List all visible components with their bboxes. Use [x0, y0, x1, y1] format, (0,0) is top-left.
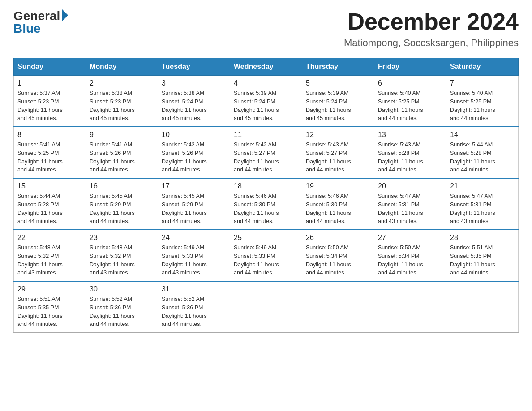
calendar-cell: 17 Sunrise: 5:45 AM Sunset: 5:29 PM Dayl… — [158, 178, 230, 230]
day-number: 19 — [306, 182, 370, 190]
day-number: 4 — [234, 79, 298, 87]
day-number: 29 — [17, 285, 82, 293]
day-info: Sunrise: 5:51 AM Sunset: 5:35 PM Dayligh… — [17, 295, 82, 329]
calendar-cell: 26 Sunrise: 5:50 AM Sunset: 5:34 PM Dayl… — [302, 230, 374, 281]
day-number: 27 — [378, 234, 442, 242]
calendar-header-saturday: Saturday — [446, 58, 519, 76]
calendar-week-row: 1 Sunrise: 5:37 AM Sunset: 5:23 PM Dayli… — [14, 76, 519, 127]
title-section: December 2024 Matiompong, Soccsksargen, … — [344, 9, 519, 49]
day-info: Sunrise: 5:48 AM Sunset: 5:32 PM Dayligh… — [90, 244, 154, 277]
day-info: Sunrise: 5:47 AM Sunset: 5:31 PM Dayligh… — [378, 192, 442, 226]
day-info: Sunrise: 5:40 AM Sunset: 5:25 PM Dayligh… — [450, 89, 515, 123]
calendar-header-thursday: Thursday — [302, 58, 374, 76]
calendar-cell: 31 Sunrise: 5:52 AM Sunset: 5:36 PM Dayl… — [158, 281, 230, 333]
day-info: Sunrise: 5:49 AM Sunset: 5:33 PM Dayligh… — [162, 244, 226, 277]
calendar-cell: 23 Sunrise: 5:48 AM Sunset: 5:32 PM Dayl… — [86, 230, 158, 281]
day-number: 1 — [17, 79, 82, 87]
calendar-week-row: 22 Sunrise: 5:48 AM Sunset: 5:32 PM Dayl… — [14, 230, 519, 281]
day-number: 18 — [234, 182, 298, 190]
day-info: Sunrise: 5:40 AM Sunset: 5:25 PM Dayligh… — [378, 89, 442, 123]
day-number: 9 — [90, 131, 154, 139]
day-info: Sunrise: 5:49 AM Sunset: 5:33 PM Dayligh… — [234, 244, 298, 277]
calendar-cell: 18 Sunrise: 5:46 AM Sunset: 5:30 PM Dayl… — [230, 178, 302, 230]
day-info: Sunrise: 5:39 AM Sunset: 5:24 PM Dayligh… — [234, 89, 298, 123]
day-number: 5 — [306, 79, 370, 87]
calendar-cell: 14 Sunrise: 5:44 AM Sunset: 5:28 PM Dayl… — [446, 127, 519, 178]
calendar-cell — [446, 281, 519, 333]
calendar-week-row: 29 Sunrise: 5:51 AM Sunset: 5:35 PM Dayl… — [14, 281, 519, 333]
month-title: December 2024 — [344, 9, 519, 34]
day-info: Sunrise: 5:44 AM Sunset: 5:28 PM Dayligh… — [450, 141, 515, 174]
day-info: Sunrise: 5:41 AM Sunset: 5:26 PM Dayligh… — [90, 141, 154, 174]
day-info: Sunrise: 5:38 AM Sunset: 5:23 PM Dayligh… — [90, 89, 154, 123]
day-number: 14 — [450, 131, 515, 139]
calendar-cell: 11 Sunrise: 5:42 AM Sunset: 5:27 PM Dayl… — [230, 127, 302, 178]
calendar-cell: 9 Sunrise: 5:41 AM Sunset: 5:26 PM Dayli… — [86, 127, 158, 178]
day-number: 31 — [162, 285, 226, 293]
calendar-cell — [374, 281, 446, 333]
calendar-cell: 13 Sunrise: 5:43 AM Sunset: 5:28 PM Dayl… — [374, 127, 446, 178]
calendar-cell: 30 Sunrise: 5:52 AM Sunset: 5:36 PM Dayl… — [86, 281, 158, 333]
day-number: 17 — [162, 182, 226, 190]
day-info: Sunrise: 5:45 AM Sunset: 5:29 PM Dayligh… — [162, 192, 226, 226]
day-number: 28 — [450, 234, 515, 242]
calendar-cell: 1 Sunrise: 5:37 AM Sunset: 5:23 PM Dayli… — [14, 76, 86, 127]
calendar-table: SundayMondayTuesdayWednesdayThursdayFrid… — [13, 58, 519, 333]
calendar-cell: 22 Sunrise: 5:48 AM Sunset: 5:32 PM Dayl… — [14, 230, 86, 281]
calendar-cell: 20 Sunrise: 5:47 AM Sunset: 5:31 PM Dayl… — [374, 178, 446, 230]
calendar-week-row: 15 Sunrise: 5:44 AM Sunset: 5:28 PM Dayl… — [14, 178, 519, 230]
day-number: 2 — [90, 79, 154, 87]
calendar-header-monday: Monday — [86, 58, 158, 76]
day-info: Sunrise: 5:39 AM Sunset: 5:24 PM Dayligh… — [306, 89, 370, 123]
calendar-cell: 21 Sunrise: 5:47 AM Sunset: 5:31 PM Dayl… — [446, 178, 519, 230]
logo: General Blue — [13, 9, 68, 36]
day-number: 11 — [234, 131, 298, 139]
day-info: Sunrise: 5:47 AM Sunset: 5:31 PM Dayligh… — [450, 192, 515, 226]
day-number: 24 — [162, 234, 226, 242]
calendar-cell: 2 Sunrise: 5:38 AM Sunset: 5:23 PM Dayli… — [86, 76, 158, 127]
day-info: Sunrise: 5:43 AM Sunset: 5:27 PM Dayligh… — [306, 141, 370, 174]
day-number: 8 — [17, 131, 82, 139]
calendar-header-sunday: Sunday — [14, 58, 86, 76]
day-number: 3 — [162, 79, 226, 87]
calendar-week-row: 8 Sunrise: 5:41 AM Sunset: 5:25 PM Dayli… — [14, 127, 519, 178]
day-number: 30 — [90, 285, 154, 293]
day-number: 12 — [306, 131, 370, 139]
calendar-cell: 10 Sunrise: 5:42 AM Sunset: 5:26 PM Dayl… — [158, 127, 230, 178]
calendar-cell — [302, 281, 374, 333]
calendar-cell: 16 Sunrise: 5:45 AM Sunset: 5:29 PM Dayl… — [86, 178, 158, 230]
logo-triangle-icon — [62, 9, 68, 21]
calendar-cell: 29 Sunrise: 5:51 AM Sunset: 5:35 PM Dayl… — [14, 281, 86, 333]
calendar-header-tuesday: Tuesday — [158, 58, 230, 76]
calendar-header-wednesday: Wednesday — [230, 58, 302, 76]
logo-blue-text: Blue — [13, 21, 41, 36]
day-info: Sunrise: 5:50 AM Sunset: 5:34 PM Dayligh… — [306, 244, 370, 277]
calendar-cell — [230, 281, 302, 333]
day-info: Sunrise: 5:48 AM Sunset: 5:32 PM Dayligh… — [17, 244, 82, 277]
calendar-cell: 5 Sunrise: 5:39 AM Sunset: 5:24 PM Dayli… — [302, 76, 374, 127]
calendar-cell: 15 Sunrise: 5:44 AM Sunset: 5:28 PM Dayl… — [14, 178, 86, 230]
calendar-cell: 27 Sunrise: 5:50 AM Sunset: 5:34 PM Dayl… — [374, 230, 446, 281]
day-info: Sunrise: 5:45 AM Sunset: 5:29 PM Dayligh… — [90, 192, 154, 226]
calendar-cell: 6 Sunrise: 5:40 AM Sunset: 5:25 PM Dayli… — [374, 76, 446, 127]
calendar-cell: 28 Sunrise: 5:51 AM Sunset: 5:35 PM Dayl… — [446, 230, 519, 281]
day-info: Sunrise: 5:42 AM Sunset: 5:27 PM Dayligh… — [234, 141, 298, 174]
day-number: 23 — [90, 234, 154, 242]
calendar-cell: 3 Sunrise: 5:38 AM Sunset: 5:24 PM Dayli… — [158, 76, 230, 127]
location-title: Matiompong, Soccsksargen, Philippines — [344, 37, 519, 49]
day-number: 15 — [17, 182, 82, 190]
day-info: Sunrise: 5:46 AM Sunset: 5:30 PM Dayligh… — [306, 192, 370, 226]
calendar-cell: 24 Sunrise: 5:49 AM Sunset: 5:33 PM Dayl… — [158, 230, 230, 281]
calendar-header-row: SundayMondayTuesdayWednesdayThursdayFrid… — [14, 58, 519, 76]
day-number: 25 — [234, 234, 298, 242]
calendar-header-friday: Friday — [374, 58, 446, 76]
calendar-cell: 25 Sunrise: 5:49 AM Sunset: 5:33 PM Dayl… — [230, 230, 302, 281]
day-info: Sunrise: 5:37 AM Sunset: 5:23 PM Dayligh… — [17, 89, 82, 123]
day-number: 26 — [306, 234, 370, 242]
day-info: Sunrise: 5:44 AM Sunset: 5:28 PM Dayligh… — [17, 192, 82, 226]
day-info: Sunrise: 5:52 AM Sunset: 5:36 PM Dayligh… — [162, 295, 226, 329]
day-info: Sunrise: 5:51 AM Sunset: 5:35 PM Dayligh… — [450, 244, 515, 277]
day-number: 6 — [378, 79, 442, 87]
calendar-cell: 4 Sunrise: 5:39 AM Sunset: 5:24 PM Dayli… — [230, 76, 302, 127]
day-info: Sunrise: 5:38 AM Sunset: 5:24 PM Dayligh… — [162, 89, 226, 123]
